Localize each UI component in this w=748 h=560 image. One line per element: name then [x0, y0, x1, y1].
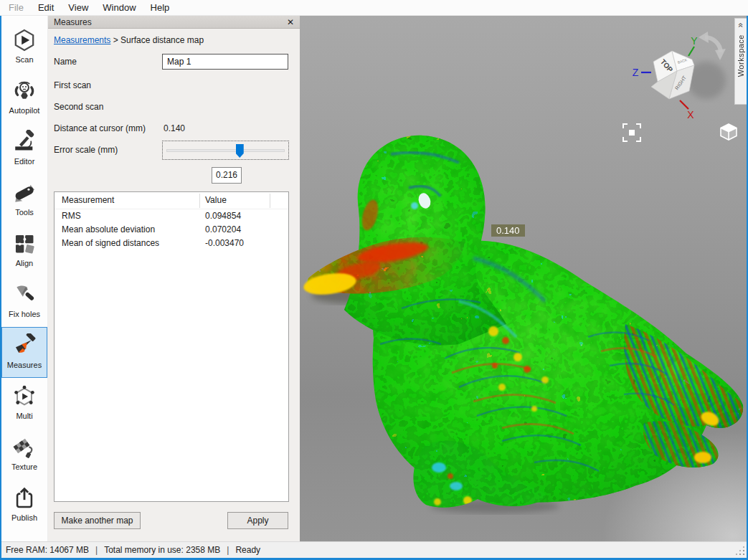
ready-status: Ready: [235, 545, 260, 555]
autopilot-icon: [10, 77, 39, 105]
measurement-table: Measurement Value RMS 0.094854 Mean abso…: [54, 191, 289, 502]
sidebar-item-measures[interactable]: Measures: [1, 327, 47, 378]
table-header-measurement: Measurement: [62, 195, 114, 205]
name-label: Name: [54, 57, 77, 67]
x-axis-label: X: [687, 109, 694, 120]
status-separator: |: [95, 545, 98, 555]
close-icon[interactable]: ✕: [287, 18, 294, 27]
second-scan-label: Second scan: [54, 102, 103, 112]
sidebar-item-label: Align: [16, 259, 33, 267]
editor-icon: [10, 128, 39, 156]
sidebar: Scan Autopilot Editor Tools Align Fix ho…: [1, 16, 48, 541]
row-value: 0.094854: [205, 211, 241, 221]
sidebar-item-autopilot[interactable]: Autopilot: [1, 72, 47, 123]
menu-window[interactable]: Window: [95, 0, 143, 15]
menu-file[interactable]: File: [1, 0, 31, 15]
slider-groove: [166, 149, 285, 152]
multi-icon: [10, 383, 39, 410]
menu-edit[interactable]: Edit: [31, 0, 61, 15]
panel-header: Measures ✕: [48, 16, 300, 29]
status-separator: |: [227, 545, 229, 555]
rotate-arrow-head: [715, 49, 726, 60]
distance-at-cursor-value: 0.140: [164, 123, 185, 133]
breadcrumb-separator: >: [113, 35, 118, 45]
measures-icon: [10, 332, 39, 359]
navigation-cube[interactable]: TOP RIGHT BACK Z Y X: [633, 32, 726, 120]
sidebar-item-label: Fix holes: [9, 310, 40, 318]
rotate-arrow-head: [699, 32, 709, 43]
table-row: Mean of signed distances -0.003470: [55, 237, 288, 250]
duck-model-heatmap[interactable]: [301, 129, 747, 516]
breadcrumb-current: Surface distance map: [120, 35, 204, 45]
column-divider: [270, 194, 270, 208]
workspace-tab[interactable]: « Workspace: [734, 18, 747, 105]
menu-help[interactable]: Help: [143, 0, 177, 15]
status-bar: Free RAM: 14067 MB | Total memory in use…: [0, 541, 748, 558]
apply-button[interactable]: Apply: [227, 512, 288, 529]
sidebar-item-label: Tools: [15, 208, 34, 217]
sidebar-item-publish[interactable]: Publish: [1, 480, 47, 531]
row-label: Mean of signed distances: [62, 238, 159, 248]
menu-view[interactable]: View: [61, 0, 95, 15]
panel-title: Measures: [54, 17, 287, 27]
foot-yellow-tip: [694, 452, 711, 463]
breadcrumb-measurements-link[interactable]: Measurements: [54, 35, 110, 45]
workspace-tab-label: Workspace: [737, 34, 745, 77]
publish-icon: [10, 485, 39, 512]
table-row: Mean absolute deviation 0.070204: [55, 223, 288, 237]
breadcrumb: Measurements > Surface distance map: [54, 35, 204, 45]
error-scale-slider[interactable]: [162, 141, 289, 160]
menu-bar: File Edit View Window Help: [0, 0, 748, 16]
collapse-panel-icon[interactable]: «: [736, 23, 746, 28]
sidebar-item-label: Measures: [7, 361, 42, 369]
memory-status: Total memory in use: 2358 MB: [104, 545, 220, 555]
sidebar-item-scan[interactable]: Scan: [1, 22, 47, 72]
distance-at-cursor-label: Distance at cursor (mm): [54, 123, 146, 133]
sidebar-item-label: Autopilot: [9, 106, 40, 115]
texture-icon: [10, 434, 39, 461]
y-axis-label: Y: [691, 35, 698, 47]
row-value: 0.070204: [205, 224, 241, 234]
sidebar-item-multi[interactable]: Multi: [1, 378, 47, 429]
fix-holes-icon: [10, 281, 39, 308]
tools-icon: [10, 179, 39, 207]
row-label: Mean absolute deviation: [62, 224, 155, 234]
x-axis-line: [680, 100, 688, 109]
make-another-map-button[interactable]: Make another map: [54, 512, 141, 529]
y-axis-line: [688, 47, 694, 56]
table-row: RMS 0.094854: [55, 209, 288, 223]
sidebar-item-texture[interactable]: Texture: [1, 429, 47, 480]
fit-view-icon[interactable]: [623, 124, 640, 141]
scan-icon: [10, 27, 39, 54]
sidebar-item-label: Publish: [11, 513, 37, 522]
name-input[interactable]: [162, 54, 288, 70]
sidebar-item-label: Scan: [15, 55, 33, 64]
sidebar-item-fix-holes[interactable]: Fix holes: [1, 276, 47, 327]
cube-view-icon[interactable]: [721, 124, 737, 140]
sidebar-item-align[interactable]: Align: [1, 225, 47, 276]
sidebar-item-editor[interactable]: Editor: [1, 123, 47, 174]
row-value: -0.003470: [205, 238, 244, 248]
error-scale-thumb[interactable]: [236, 144, 244, 158]
align-icon: [10, 230, 39, 257]
measures-panel: Measures ✕ Measurements > Surface distan…: [48, 16, 300, 541]
z-axis-label: Z: [633, 67, 639, 78]
window-border-left: [0, 16, 1, 558]
sidebar-item-label: Multi: [16, 412, 32, 420]
sidebar-item-tools[interactable]: Tools: [1, 174, 47, 225]
table-header-value: Value: [205, 195, 227, 205]
table-header-row: Measurement Value: [55, 192, 288, 209]
row-label: RMS: [62, 211, 81, 221]
sidebar-item-label: Editor: [14, 157, 35, 166]
distance-tooltip: 0.140: [491, 224, 525, 237]
column-divider: [199, 194, 200, 208]
error-scale-label: Error scale (mm): [54, 145, 118, 155]
3d-viewport[interactable]: TOP RIGHT BACK Z Y X 0.140 « Workspace: [300, 16, 747, 541]
first-scan-label: First scan: [54, 80, 91, 90]
sidebar-item-label: Texture: [11, 462, 37, 471]
free-ram-status: Free RAM: 14067 MB: [6, 545, 89, 555]
error-scale-value[interactable]: 0.216: [212, 167, 242, 184]
resize-grip[interactable]: [736, 546, 745, 556]
